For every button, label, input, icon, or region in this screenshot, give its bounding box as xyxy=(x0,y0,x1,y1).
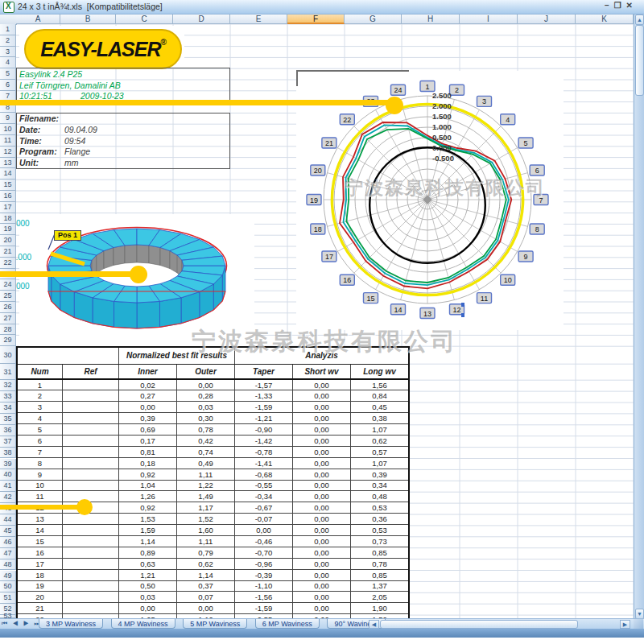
row-header-24[interactable]: 24 xyxy=(0,279,16,291)
table-cell[interactable]: 0,74 xyxy=(177,446,235,457)
select-all-corner[interactable] xyxy=(0,14,17,25)
table-cell[interactable] xyxy=(63,535,119,547)
table-cell[interactable]: 0,00 xyxy=(293,379,351,390)
table-cell[interactable]: 1,17 xyxy=(177,502,235,514)
table-cell[interactable]: 0,38 xyxy=(351,413,410,424)
table-cell[interactable]: 0,00 xyxy=(293,402,351,413)
row-header-20[interactable]: 20 xyxy=(0,235,16,246)
table-cell[interactable]: 1,11 xyxy=(177,535,235,547)
row-header-46[interactable]: 46 xyxy=(0,537,16,548)
row-header-41[interactable]: 41 xyxy=(0,481,16,492)
table-cell[interactable]: 18 xyxy=(17,569,63,580)
table-cell[interactable]: 0,18 xyxy=(119,457,177,469)
restore-icon[interactable]: ❐ xyxy=(614,1,626,10)
table-cell[interactable]: 0,49 xyxy=(177,457,235,469)
row-header-10[interactable]: 10 xyxy=(0,124,16,135)
table-cell[interactable]: 1,49 xyxy=(177,491,235,502)
row-header-35[interactable]: 35 xyxy=(0,414,16,425)
row-header-9[interactable]: 9 xyxy=(0,113,16,124)
table-cell[interactable] xyxy=(63,525,119,536)
table-cell[interactable]: 0,00 xyxy=(293,480,351,491)
table-cell[interactable]: 1,04 xyxy=(119,480,177,491)
row-header-11[interactable]: 11 xyxy=(0,135,16,147)
table-cell[interactable]: 1,11 xyxy=(177,469,235,480)
table-cell[interactable]: 0,78 xyxy=(177,424,235,436)
table-cell[interactable]: -0,90 xyxy=(235,424,293,436)
row-header-21[interactable]: 21 xyxy=(0,246,16,258)
table-cell[interactable]: -0,39 xyxy=(235,569,293,580)
table-cell[interactable]: 1,59 xyxy=(119,525,177,536)
row-header-48[interactable]: 48 xyxy=(0,559,16,571)
row-header-17[interactable]: 17 xyxy=(0,202,16,213)
table-cell[interactable]: -1,10 xyxy=(235,580,293,592)
column-header-C[interactable]: C xyxy=(116,14,173,24)
table-cell[interactable] xyxy=(63,491,119,502)
table-cell[interactable]: 1,22 xyxy=(177,480,235,491)
table-cell[interactable]: -1,42 xyxy=(235,435,293,446)
table-cell[interactable]: 1,37 xyxy=(351,580,410,592)
table-cell[interactable]: 19 xyxy=(17,580,63,592)
row-header-27[interactable]: 27 xyxy=(0,313,16,324)
table-cell[interactable] xyxy=(63,446,119,457)
table-cell[interactable]: 0,00 xyxy=(235,525,293,536)
table-cell[interactable]: 0,85 xyxy=(351,547,410,558)
column-header-E[interactable]: E xyxy=(230,14,287,24)
row-header-31[interactable]: 31 xyxy=(0,364,16,380)
table-cell[interactable]: 0,00 xyxy=(293,535,351,547)
table-cell[interactable] xyxy=(63,480,119,491)
table-cell[interactable] xyxy=(63,514,119,525)
row-header-34[interactable]: 34 xyxy=(0,402,16,414)
table-cell[interactable]: 1,60 xyxy=(177,525,235,536)
table-cell[interactable] xyxy=(63,457,119,469)
table-cell[interactable]: 0,00 xyxy=(177,379,235,390)
table-cell[interactable]: 0,57 xyxy=(351,446,410,457)
table-cell[interactable]: -0,96 xyxy=(235,558,293,569)
column-header-J[interactable]: J xyxy=(518,14,576,24)
table-cell[interactable]: 0,34 xyxy=(351,480,410,491)
sheet-tab-2[interactable]: 4 MP Waviness xyxy=(111,619,175,629)
table-cell[interactable]: -1,56 xyxy=(235,592,293,603)
vertical-scroll-thumb[interactable] xyxy=(635,25,644,96)
table-cell[interactable]: 1,21 xyxy=(119,569,177,580)
table-cell[interactable]: 1,52 xyxy=(177,514,235,525)
column-header-B[interactable]: B xyxy=(60,14,116,24)
row-header-38[interactable]: 38 xyxy=(0,448,16,459)
file-info-label[interactable]: Time: xyxy=(19,136,42,146)
table-cell[interactable] xyxy=(63,379,119,390)
table-cell[interactable]: 0,00 xyxy=(119,402,177,413)
row-header-5[interactable]: 5 xyxy=(0,68,16,80)
table-cell[interactable]: 14 xyxy=(17,525,63,536)
table-cell[interactable]: 0,42 xyxy=(177,435,235,446)
table-cell[interactable]: 0,00 xyxy=(293,502,351,514)
table-cell[interactable]: 11 xyxy=(17,491,63,502)
table-cell[interactable]: 0,85 xyxy=(351,569,410,580)
table-cell[interactable]: 0,79 xyxy=(177,547,235,558)
table-cell[interactable]: -1,59 xyxy=(235,603,293,614)
row-header-19[interactable]: 19 xyxy=(0,224,16,235)
sheet-tab-4[interactable]: 6 MP Waviness xyxy=(255,619,320,629)
table-cell[interactable]: 0,78 xyxy=(351,558,410,569)
row-header-1[interactable]: 1 xyxy=(0,24,16,35)
table-cell[interactable]: 1 xyxy=(17,379,63,390)
table-cell[interactable]: 0,39 xyxy=(351,469,410,480)
file-info-value[interactable]: 09:54 xyxy=(64,136,85,146)
file-info-label[interactable]: Program: xyxy=(19,147,57,156)
table-cell[interactable] xyxy=(63,469,119,480)
row-header-16[interactable]: 16 xyxy=(0,191,16,202)
column-header-A[interactable]: A xyxy=(16,14,60,24)
row-header-45[interactable]: 45 xyxy=(0,526,16,537)
table-cell[interactable]: -1,21 xyxy=(235,413,293,424)
table-cell[interactable]: -0,68 xyxy=(235,469,293,480)
table-cell[interactable]: -1,59 xyxy=(235,402,293,413)
column-header-I[interactable]: I xyxy=(460,14,518,24)
roundness-radar-chart[interactable]: 1234567891011121314151617181920212223242… xyxy=(296,71,564,330)
table-cell[interactable] xyxy=(63,413,119,424)
table-cell[interactable] xyxy=(63,592,119,603)
table-cell[interactable]: 17 xyxy=(17,558,63,569)
table-cell[interactable]: 16 xyxy=(17,547,63,558)
table-cell[interactable]: 0,00 xyxy=(293,413,351,424)
table-cell[interactable]: 0,53 xyxy=(351,525,410,536)
info-author[interactable]: Leif Törngren, Damalini AB xyxy=(19,80,121,90)
table-cell[interactable]: 0,00 xyxy=(293,603,351,614)
table-cell[interactable]: 5 xyxy=(17,424,63,436)
